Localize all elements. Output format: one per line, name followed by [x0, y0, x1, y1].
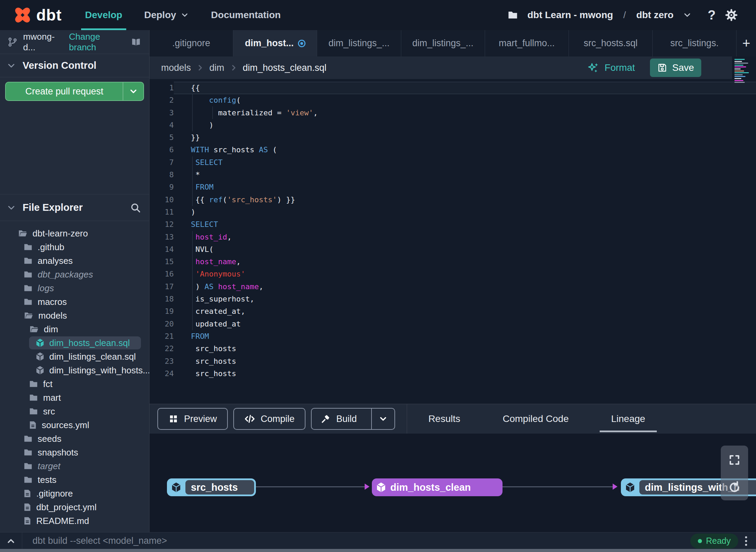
code-line-1[interactable]: 1{{ [149, 82, 756, 94]
format-button[interactable]: Format [587, 62, 635, 74]
file-tree-item-seeds[interactable]: seeds [0, 432, 149, 446]
file-tree-item-gitignore[interactable]: .gitignore [0, 487, 149, 500]
pull-request-menu-button[interactable] [123, 82, 143, 100]
account-name[interactable]: dbt Learn - mwong [527, 10, 613, 21]
code-line-20[interactable]: 20 updated_at [149, 318, 756, 330]
lineage-canvas[interactable]: src_hosts dim_hosts_clean dim_listings_w… [149, 434, 756, 532]
file-tree-item-target[interactable]: target [0, 459, 149, 473]
code-line-13[interactable]: 13 host_id, [149, 231, 756, 243]
editor-tab-src-listings[interactable]: src_listings. [653, 30, 737, 56]
file-tree-label: analyses [38, 256, 73, 266]
file-tree-item-dbt-project-yml[interactable]: dbt_project.yml [0, 500, 149, 514]
lineage-node-dim-hosts-clean[interactable]: dim_hosts_clean [372, 478, 503, 496]
file-tree-item-models[interactable]: models [0, 309, 149, 322]
file-tree-item-mart[interactable]: mart [0, 391, 149, 405]
file-tree-item-github[interactable]: .github [0, 240, 149, 254]
editor-tab-src-hosts-sql[interactable]: src_hosts.sql [569, 30, 653, 56]
nav-item-documentation[interactable]: Documentation [211, 0, 281, 30]
code-line-3[interactable]: 3 materialized = 'view', [149, 107, 756, 119]
help-button[interactable]: ? [708, 8, 716, 23]
code-icon [244, 414, 255, 424]
fullscreen-icon[interactable] [728, 454, 741, 466]
folder-open-icon [17, 229, 28, 238]
compile-button[interactable]: Compile [233, 408, 305, 430]
nav-item-develop[interactable]: Develop [85, 0, 122, 30]
dbt-logo[interactable]: dbt [0, 6, 62, 24]
version-control-header[interactable]: Version Control [0, 54, 149, 77]
search-icon[interactable] [130, 202, 141, 213]
minimap[interactable] [734, 59, 754, 86]
code-line-5[interactable]: 5}} [149, 131, 756, 144]
file-tree-item-fct[interactable]: fct [0, 377, 149, 391]
breadcrumb-segment[interactable]: dim [209, 63, 224, 73]
code-text: FROM [174, 181, 756, 193]
code-line-8[interactable]: 8 * [149, 169, 756, 181]
breadcrumb-segment[interactable]: models [161, 63, 191, 73]
file-tree-item-sources-yml[interactable]: sources.yml [0, 418, 149, 432]
build-menu-button[interactable] [371, 409, 394, 429]
create-pull-request-button[interactable]: Create pull request [5, 82, 144, 101]
code-line-11[interactable]: 11) [149, 206, 756, 218]
code-line-9[interactable]: 9 FROM [149, 181, 756, 193]
editor-tab-gitignore[interactable]: .gitignore [149, 30, 233, 56]
tab-lineage[interactable]: Lineage [590, 404, 667, 434]
code-line-2[interactable]: 2 config( [149, 94, 756, 106]
expand-panel-button[interactable] [0, 532, 22, 549]
code-line-14[interactable]: 14 NVL( [149, 243, 756, 256]
file-tree-item-logs[interactable]: logs [0, 281, 149, 295]
file-tree-item-tests[interactable]: tests [0, 473, 149, 487]
build-button-main[interactable]: Build [312, 414, 366, 424]
tab-results[interactable]: Results [407, 404, 481, 434]
code-line-22[interactable]: 22 src_hosts [149, 343, 756, 355]
editor-tab-dim-listings[interactable]: dim_listings_... [317, 30, 401, 56]
file-tree-item-dim-hosts-clean-sql[interactable]: dim_hosts_clean.sql [0, 336, 149, 350]
code-text: src_hosts [174, 343, 756, 355]
file-tree-item-src[interactable]: src [0, 405, 149, 418]
tab-compiled-code[interactable]: Compiled Code [482, 404, 590, 434]
file-tree-item-dim-listings-clean-sql[interactable]: dim_listings_clean.sql [0, 350, 149, 363]
code-line-17[interactable]: 17 ) AS host_name, [149, 281, 756, 293]
chevron-down-icon[interactable] [682, 10, 692, 20]
new-tab-button[interactable]: + [737, 30, 756, 56]
preview-button[interactable]: Preview [157, 408, 228, 430]
file-tree-item-readme-md[interactable]: README.md [0, 514, 149, 528]
code-line-12[interactable]: 12SELECT [149, 218, 756, 231]
book-icon[interactable] [130, 37, 142, 47]
horizontal-scrollbar[interactable] [0, 549, 756, 552]
lineage-node-src-hosts[interactable]: src_hosts [167, 478, 256, 496]
file-tree-item-dbt-learn-zero[interactable]: dbt-learn-zero [0, 227, 149, 240]
code-line-10[interactable]: 10 {{ ref('src_hosts') }} [149, 194, 756, 206]
command-input[interactable]: dbt build --select <model_name> [32, 536, 690, 546]
code-text: is_superhost, [174, 293, 756, 305]
file-tree-item-macros[interactable]: macros [0, 295, 149, 309]
change-branch-link[interactable]: Change branch [69, 31, 125, 53]
code-line-15[interactable]: 15 host_name, [149, 256, 756, 268]
kebab-menu-button[interactable] [745, 536, 747, 546]
chevron-right-icon [196, 64, 204, 72]
build-button[interactable]: Build [311, 408, 395, 430]
code-line-7[interactable]: 7 SELECT [149, 156, 756, 169]
code-line-4[interactable]: 4 ) [149, 119, 756, 131]
code-line-21[interactable]: 21FROM [149, 330, 756, 343]
code-line-16[interactable]: 16 'Anonymous' [149, 268, 756, 280]
file-tree-item-dbt-packages[interactable]: dbt_packages [0, 268, 149, 281]
editor-tab-dim-listings[interactable]: dim_listings_... [401, 30, 485, 56]
refresh-icon[interactable] [728, 480, 741, 494]
code-editor[interactable]: 1{{2 config(3 materialized = 'view',4 )5… [149, 79, 756, 404]
code-line-6[interactable]: 6WITH src_hosts AS ( [149, 144, 756, 156]
file-tree-item-dim[interactable]: dim [0, 322, 149, 336]
save-button[interactable]: Save [650, 59, 701, 77]
code-line-23[interactable]: 23 src_hosts [149, 355, 756, 368]
editor-tab-mart-fullmo[interactable]: mart_fullmo... [485, 30, 569, 56]
code-line-24[interactable]: 24 src_hosts [149, 368, 756, 380]
code-line-18[interactable]: 18 is_superhost, [149, 293, 756, 305]
editor-tab-dim-host[interactable]: dim_host... [233, 30, 317, 56]
nav-item-deploy[interactable]: Deploy [144, 0, 189, 30]
file-explorer-header[interactable]: File Explorer [0, 194, 149, 221]
settings-button[interactable] [725, 8, 738, 22]
project-name[interactable]: dbt zero [636, 10, 674, 21]
file-tree-item-dim-listings-with-hosts[interactable]: dim_listings_with_hosts... [0, 363, 149, 377]
file-tree-item-analyses[interactable]: analyses [0, 254, 149, 268]
code-line-19[interactable]: 19 created_at, [149, 305, 756, 318]
file-tree-item-snapshots[interactable]: snapshots [0, 446, 149, 459]
